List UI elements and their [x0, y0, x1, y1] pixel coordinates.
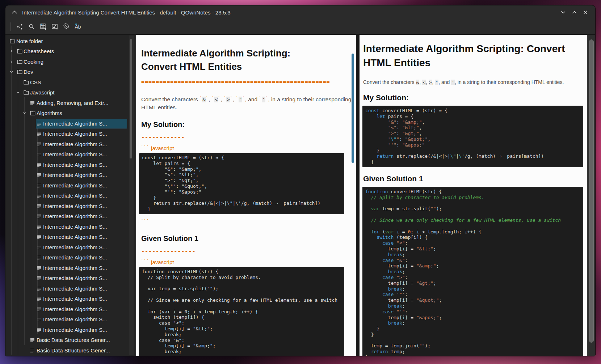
share-nodes-icon[interactable]: [16, 23, 24, 31]
note-icon: [36, 276, 43, 280]
tree-item[interactable]: Intermediate Algorithm S...: [5, 118, 136, 129]
tree-item[interactable]: Intermediate Algorithm S...: [5, 253, 136, 263]
search-icon[interactable]: [28, 23, 35, 31]
maximize-button[interactable]: [571, 9, 577, 16]
code-block: const convertHTML = (str) ⇒ { let pairs …: [362, 106, 583, 167]
note-icon: [36, 121, 43, 126]
tree-item[interactable]: Intermediate Algorithm S...: [5, 180, 136, 191]
tree-item[interactable]: Intermediate Algorithm S...: [5, 242, 136, 253]
section-heading: Given Solution 1: [141, 234, 352, 243]
tree-item[interactable]: Intermediate Algorithm S...: [5, 221, 136, 232]
note-tree-panel[interactable]: Note folderCheatsheetsCookingDevCSSJavas…: [5, 35, 136, 356]
tree-item-label: Intermediate Algorithm S...: [43, 213, 107, 219]
preview-scrollbar-track[interactable]: [587, 35, 595, 356]
tree-item[interactable]: Javascript: [5, 88, 136, 98]
tree-item-label: Intermediate Algorithm S...: [43, 203, 107, 209]
code-block[interactable]: function convertHTML(str) { // Split by …: [139, 267, 344, 356]
description-paragraph: Convert the characters `&`, `<`, `>`, `"…: [141, 95, 352, 111]
sidebar-scrollbar-thumb[interactable]: [130, 39, 132, 158]
tree-item[interactable]: Intermediate Algorithm S...: [5, 139, 136, 149]
tree-item[interactable]: Cheatsheets: [5, 46, 136, 57]
note-icon: [36, 224, 43, 229]
tree-item-label: Intermediate Algorithm S...: [43, 120, 107, 127]
note-title-heading: Intermediate Algorithm Scripting: Conver…: [363, 42, 583, 70]
code-block: function convertHTML(str) { // Split by …: [362, 187, 583, 356]
chevron-right-icon[interactable]: [9, 49, 16, 53]
tree-item[interactable]: Basic Data Structures Gener...: [5, 345, 136, 356]
editor-scrollbar-thumb[interactable]: [352, 54, 354, 163]
tree-item[interactable]: Intermediate Algorithm S...: [5, 211, 136, 222]
insert-table-icon[interactable]: [39, 23, 47, 31]
code-fence-open: ``` javascript: [141, 145, 352, 151]
main-area: Note folderCheatsheetsCookingDevCSSJavas…: [5, 34, 595, 356]
attachment-icon[interactable]: [63, 23, 70, 31]
tree-item-label: Intermediate Algorithm S...: [43, 275, 107, 281]
note-icon: [30, 338, 37, 342]
note-icon: [36, 152, 43, 157]
format-accent-dot: [75, 23, 77, 25]
pane-splitter[interactable]: [356, 35, 360, 356]
tree-item[interactable]: Note folder: [5, 36, 136, 46]
section-heading: My Solution:: [141, 120, 352, 129]
tree-item-label: Note folder: [16, 38, 43, 44]
tree-item[interactable]: Intermediate Algorithm S...: [5, 314, 136, 325]
inline-code: <: [214, 97, 218, 102]
tree-item[interactable]: Intermediate Algorithm S...: [5, 304, 136, 314]
close-button[interactable]: [582, 9, 589, 16]
note-icon: [36, 234, 43, 239]
note-icon: [36, 266, 43, 270]
note-icon: [36, 162, 43, 167]
tree-item[interactable]: Algorithms: [5, 108, 136, 119]
tree-item[interactable]: Intermediate Algorithm S...: [5, 232, 136, 242]
code-block[interactable]: const convertHTML = (str) ⇒ { let pairs …: [139, 153, 344, 214]
titlebar[interactable]: Intermediate Algorithm Scripting Convert…: [5, 5, 595, 19]
minimize-button[interactable]: [560, 9, 566, 16]
tree-item[interactable]: Intermediate Algorithm S...: [5, 201, 136, 211]
inline-code: >: [429, 80, 432, 85]
inline-code: ': [262, 97, 265, 102]
chevron-down-icon[interactable]: [22, 111, 29, 115]
insert-image-icon[interactable]: [51, 23, 58, 31]
note-icon: [36, 317, 43, 322]
tree-item[interactable]: Intermediate Algorithm S...: [5, 149, 136, 160]
note-title-heading: Intermediate Algorithm Scripting:Convert…: [141, 47, 352, 73]
menubar-toggle-icon[interactable]: [10, 9, 18, 16]
note-preview[interactable]: Intermediate Algorithm Scripting: Conver…: [360, 35, 587, 356]
code-fence-close: ```: [141, 219, 352, 225]
chevron-down-icon[interactable]: [9, 70, 16, 74]
preview-scrollbar-thumb[interactable]: [589, 39, 594, 343]
tree-item-label: Adding, Removing, and Extr...: [37, 100, 108, 106]
note-icon: [36, 183, 43, 188]
chevron-right-icon[interactable]: [9, 60, 16, 64]
tree-item[interactable]: Basic Data Structures Gener...: [5, 335, 136, 346]
folder-icon: [17, 49, 24, 54]
format-text-icon[interactable]: Ab: [74, 23, 81, 31]
tree-item-label: Intermediate Algorithm S...: [43, 306, 107, 312]
tree-item[interactable]: Intermediate Algorithm S...: [5, 129, 136, 139]
tree-item-label: Basic Data Structures Gener...: [37, 347, 110, 354]
note-tree: Note folderCheatsheetsCookingDevCSSJavas…: [5, 36, 136, 356]
tree-item[interactable]: CSS: [5, 77, 136, 88]
tree-item-label: Intermediate Algorithm S...: [43, 316, 107, 322]
tree-item[interactable]: Intermediate Algorithm S...: [5, 160, 136, 170]
markdown-editor[interactable]: Intermediate Algorithm Scripting:Convert…: [136, 35, 356, 356]
tree-item[interactable]: Intermediate Algorithm S...: [5, 273, 136, 284]
tree-item-label: Intermediate Algorithm S...: [43, 254, 107, 261]
folder-icon: [30, 111, 37, 115]
toolbar-drag-handle[interactable]: [10, 22, 12, 31]
tree-item[interactable]: Intermediate Algorithm S...: [5, 170, 136, 181]
tree-item-label: Intermediate Algorithm S...: [43, 151, 107, 157]
tree-item[interactable]: Intermediate Algorithm S...: [5, 325, 136, 335]
desktop-background: Intermediate Algorithm Scripting Convert…: [0, 0, 601, 364]
tree-item[interactable]: Intermediate Algorithm S...: [5, 263, 136, 273]
tree-item[interactable]: Intermediate Algorithm S...: [5, 191, 136, 201]
inline-code: ': [451, 80, 455, 85]
note-icon: [36, 173, 43, 177]
tree-item[interactable]: Intermediate Algorithm S...: [5, 294, 136, 304]
tree-item[interactable]: Adding, Removing, and Extr...: [5, 98, 136, 108]
tree-item[interactable]: Dev: [5, 67, 136, 77]
tree-item-label: Intermediate Algorithm S...: [43, 162, 107, 168]
tree-item[interactable]: Intermediate Algorithm S...: [5, 283, 136, 294]
chevron-down-icon[interactable]: [16, 90, 23, 94]
tree-item[interactable]: Cooking: [5, 56, 136, 67]
